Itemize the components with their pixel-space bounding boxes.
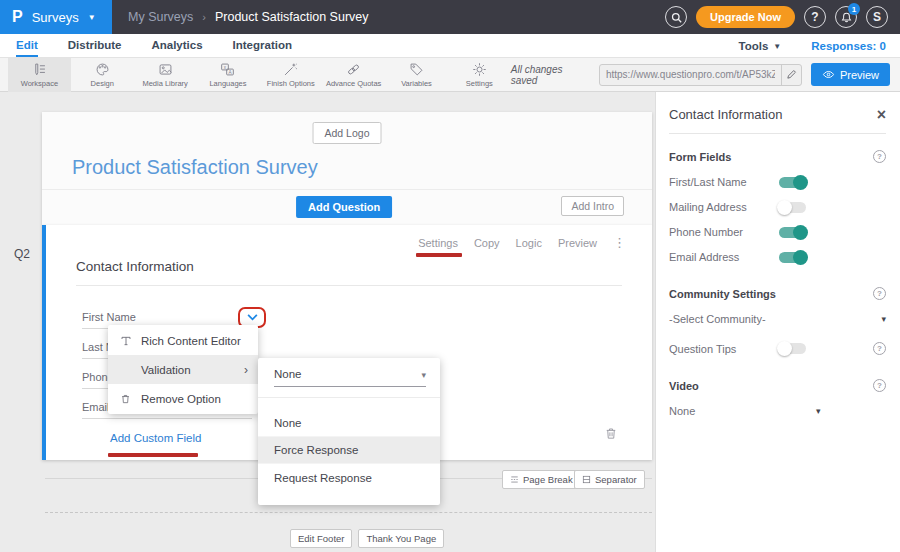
tab-analytics[interactable]: Analytics: [151, 34, 202, 57]
divider: [669, 133, 886, 134]
question-title[interactable]: Contact Information: [76, 259, 194, 274]
questionpro-logo-icon: P: [12, 8, 23, 26]
preview-button[interactable]: Preview: [811, 63, 890, 86]
help-icon[interactable]: ?: [873, 342, 886, 355]
phone-number-toggle[interactable]: [779, 227, 806, 238]
trash-icon: [604, 426, 618, 441]
validation-option-request-response[interactable]: Request Response: [258, 464, 440, 491]
toolbar-item-media-library[interactable]: Media Library: [134, 58, 197, 92]
validation-option-force-response[interactable]: Force Response: [258, 437, 440, 464]
toggle-row-email-address: Email Address: [669, 251, 886, 263]
field-underline: [82, 418, 252, 419]
help-button[interactable]: ?: [804, 6, 826, 28]
design-icon: [95, 62, 110, 77]
toolbar-item-finish-options[interactable]: Finish Options: [259, 58, 322, 92]
variables-icon: [409, 62, 424, 77]
pencil-icon: [786, 69, 797, 80]
edit-url-button[interactable]: [781, 65, 801, 85]
menu-item-remove-option[interactable]: Remove Option: [108, 384, 258, 413]
upgrade-now-button[interactable]: Upgrade Now: [696, 6, 795, 28]
question-more-menu[interactable]: ⋮: [613, 235, 626, 250]
tools-label: Tools: [738, 40, 768, 52]
submenu-arrow-icon: ›: [244, 363, 248, 377]
mailing-address-toggle[interactable]: [779, 202, 806, 213]
toolbar-item-advance-quotas[interactable]: Advance Quotas: [322, 58, 385, 92]
media-library-icon: [158, 62, 173, 77]
question-settings-link[interactable]: Settings: [418, 237, 458, 249]
page-boundary-dashed-line: [45, 512, 652, 513]
text-editor-icon: [118, 335, 133, 347]
responses-count[interactable]: Responses: 0: [811, 40, 886, 52]
tab-distribute[interactable]: Distribute: [68, 34, 122, 57]
divider: [42, 189, 652, 190]
breadcrumb-current: Product Satisfaction Survey: [215, 10, 369, 24]
close-icon[interactable]: ×: [877, 109, 886, 121]
user-avatar[interactable]: S: [866, 6, 888, 28]
delete-question-button[interactable]: [604, 426, 618, 445]
toggle-row-question-tips: Question Tips ?: [669, 342, 886, 355]
toolbar-item-variables[interactable]: Variables: [385, 58, 448, 92]
field-label-first-name[interactable]: First Name: [82, 311, 136, 323]
help-icon[interactable]: ?: [873, 287, 886, 300]
field-context-menu: Rich Content Editor Validation › Remove …: [108, 325, 258, 414]
menu-item-rich-content-editor[interactable]: Rich Content Editor: [108, 326, 258, 355]
chevron-down-icon: ▼: [88, 13, 96, 22]
question-actions: Settings Copy Logic Preview ⋮: [418, 235, 626, 250]
tab-edit[interactable]: Edit: [16, 34, 38, 57]
validation-option-none[interactable]: None: [258, 410, 440, 437]
breadcrumb-parent[interactable]: My Surveys: [128, 10, 193, 24]
separator-button[interactable]: Separator: [574, 470, 645, 489]
add-logo-button[interactable]: Add Logo: [313, 122, 382, 144]
notifications-button[interactable]: 1: [835, 6, 857, 28]
eye-icon: [822, 69, 835, 80]
question-logic-link[interactable]: Logic: [516, 237, 542, 249]
svg-text:x: x: [224, 64, 227, 69]
save-status: All changes saved: [511, 64, 590, 86]
breadcrumb: My Surveys › Product Satisfaction Survey: [128, 10, 369, 24]
validation-select[interactable]: None ▾: [274, 368, 426, 387]
survey-header-card: Add Logo Product Satisfaction Survey Add…: [42, 112, 652, 225]
divider: [258, 397, 440, 398]
settings-annotation-underline: [416, 253, 462, 257]
tools-menu[interactable]: Tools ▼: [738, 40, 781, 52]
email-address-toggle[interactable]: [779, 252, 806, 263]
edit-footer-button[interactable]: Edit Footer: [290, 529, 352, 548]
toolbar-item-workspace[interactable]: Workspace: [8, 58, 71, 92]
question-preview-link[interactable]: Preview: [558, 237, 597, 249]
thank-you-page-button[interactable]: Thank You Page: [358, 529, 444, 548]
first-last-name-toggle[interactable]: [779, 177, 806, 188]
chevron-down-icon: [247, 314, 258, 321]
add-custom-field-annotation-underline: [108, 453, 198, 457]
add-question-button[interactable]: Add Question: [296, 196, 392, 218]
add-intro-button[interactable]: Add Intro: [561, 196, 624, 216]
help-icon[interactable]: ?: [873, 379, 886, 392]
toolbar-item-design[interactable]: Design: [71, 58, 134, 92]
question-tips-toggle[interactable]: [779, 343, 806, 354]
search-button[interactable]: [665, 6, 687, 28]
toggle-row-phone-number: Phone Number: [669, 226, 886, 238]
survey-url-input[interactable]: [600, 69, 781, 80]
product-switcher[interactable]: P Surveys ▼: [0, 0, 112, 34]
editor-toolbar: Workspace Design Media Library xA Langua…: [0, 58, 900, 92]
separator-icon: [582, 475, 591, 484]
finish-options-icon: [283, 62, 298, 77]
chevron-down-icon: ▾: [816, 406, 821, 416]
video-select[interactable]: None ▾: [669, 405, 886, 417]
question-copy-link[interactable]: Copy: [474, 237, 500, 249]
page-break-icon: [510, 475, 519, 484]
question-settings-panel: Contact Information × Form Fields ? Firs…: [655, 92, 900, 552]
product-menu-label: Surveys: [32, 10, 79, 25]
community-select[interactable]: -Select Community- ▾: [669, 313, 886, 325]
survey-url-box: [599, 64, 802, 86]
question-number: Q2: [14, 247, 30, 261]
tab-integration[interactable]: Integration: [233, 34, 292, 57]
toolbar-item-settings[interactable]: Settings: [448, 58, 511, 92]
survey-title[interactable]: Product Satisfaction Survey: [72, 156, 318, 179]
survey-canvas: Add Logo Product Satisfaction Survey Add…: [0, 92, 655, 552]
add-custom-field-link[interactable]: Add Custom Field: [110, 432, 201, 444]
toolbar-item-languages[interactable]: xA Languages: [197, 58, 260, 92]
menu-item-validation[interactable]: Validation ›: [108, 355, 258, 384]
form-fields-heading: Form Fields: [669, 151, 731, 163]
help-icon[interactable]: ?: [873, 150, 886, 163]
page-break-button[interactable]: Page Break: [502, 470, 581, 489]
